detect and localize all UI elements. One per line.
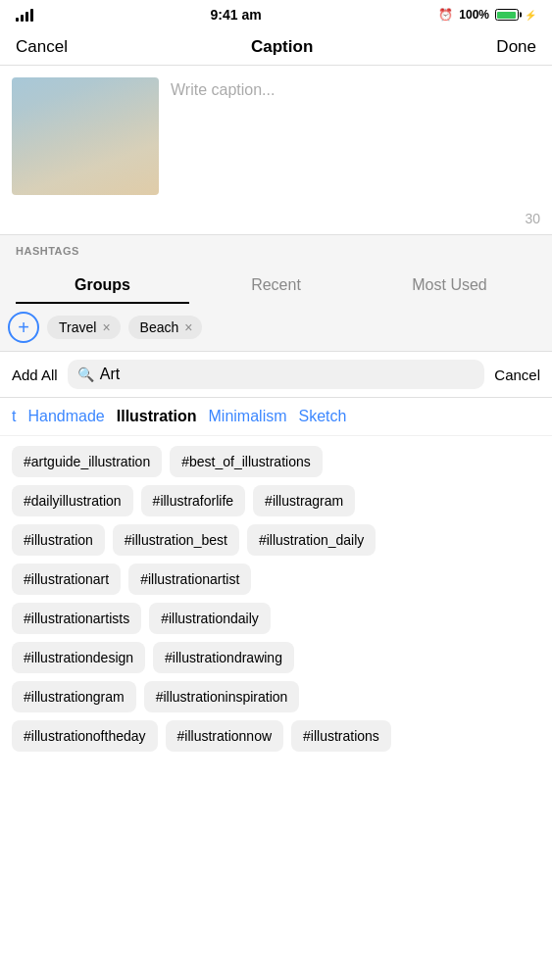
signal-icon xyxy=(16,8,33,22)
hashtag-chip[interactable]: #illustrationinspiration xyxy=(144,681,300,712)
tab-recent[interactable]: Recent xyxy=(189,270,363,304)
cat-pill-handmade[interactable]: Handmade xyxy=(27,408,104,425)
plus-icon: + xyxy=(18,318,29,337)
remove-beach-icon[interactable]: × xyxy=(184,320,192,334)
hashtag-row-5: #illustrationartists #illustrationdaily xyxy=(12,603,540,634)
battery-fill xyxy=(497,12,516,19)
hashtag-chip[interactable]: #illustration_daily xyxy=(247,524,376,556)
battery-icon xyxy=(495,9,519,21)
tag-pill-beach[interactable]: Beach × xyxy=(128,316,203,339)
hashtag-chip[interactable]: #illustrationartists xyxy=(12,603,141,634)
status-bar: 9:41 am ⏰ 100% ⚡ xyxy=(0,0,552,29)
hashtag-chip[interactable]: #illustrationdesign xyxy=(12,642,145,673)
hashtag-chip[interactable]: #illustration xyxy=(12,524,105,556)
hashtag-chip[interactable]: #illustration_best xyxy=(113,524,239,556)
hashtag-grid: #artguide_illustration #best_of_illustra… xyxy=(0,436,552,769)
hashtag-chip[interactable]: #illustragram xyxy=(253,485,355,516)
char-count: 30 xyxy=(525,211,540,226)
caption-placeholder: Write caption... xyxy=(171,81,275,99)
tag-label-travel: Travel xyxy=(59,319,96,335)
nav-bar: Cancel Caption Done xyxy=(0,29,552,66)
hashtag-chip[interactable]: #illustraforlife xyxy=(141,485,245,516)
cat-pill-illustration[interactable]: Illustration xyxy=(117,408,197,425)
hashtag-row-1: #artguide_illustration #best_of_illustra… xyxy=(12,446,540,477)
hashtag-chip[interactable]: #illustrationoftheday xyxy=(12,720,158,752)
add-tag-button[interactable]: + xyxy=(8,312,39,343)
status-time: 9:41 am xyxy=(211,7,262,23)
hashtag-chip[interactable]: #illustrationartist xyxy=(128,564,251,595)
cancel-nav-button[interactable]: Cancel xyxy=(16,37,68,57)
hashtag-row-4: #illustrationart #illustrationartist xyxy=(12,564,540,595)
bolt-icon: ⚡ xyxy=(525,10,536,21)
hashtag-row-6: #illustrationdesign #illustrationdrawing xyxy=(12,642,540,673)
hashtag-row-3: #illustration #illustration_best #illust… xyxy=(12,524,540,556)
battery-percent: 100% xyxy=(459,8,489,22)
tab-groups[interactable]: Groups xyxy=(16,270,189,304)
alarm-icon: ⏰ xyxy=(438,8,453,22)
search-row: Add All 🔍 Art Cancel xyxy=(0,352,552,398)
status-right: ⏰ 100% ⚡ xyxy=(438,8,536,22)
cat-pill-sketch[interactable]: Sketch xyxy=(299,408,347,425)
cat-pill-minimalism[interactable]: Minimalism xyxy=(209,408,287,425)
caption-thumbnail xyxy=(12,77,159,195)
hashtag-chip[interactable]: #illustrationdaily xyxy=(149,603,271,634)
search-bar[interactable]: 🔍 Art xyxy=(68,360,485,389)
hashtag-row-8: #illustrationoftheday #illustrationnow #… xyxy=(12,720,540,752)
tag-label-beach: Beach xyxy=(140,319,179,335)
caption-input-area[interactable]: Write caption... xyxy=(171,77,540,195)
hashtag-row-7: #illustrationgram #illustrationinspirati… xyxy=(12,681,540,712)
tab-most-used[interactable]: Most Used xyxy=(363,270,536,304)
tag-pill-travel[interactable]: Travel × xyxy=(47,316,121,339)
thumbnail-image xyxy=(12,77,159,195)
hashtag-chip[interactable]: #artguide_illustration xyxy=(12,446,162,477)
hashtag-row-2: #dailyillustration #illustraforlife #ill… xyxy=(12,485,540,516)
caption-area: Write caption... xyxy=(0,66,552,207)
search-icon: 🔍 xyxy=(77,367,94,382)
hashtag-chip[interactable]: #best_of_illustrations xyxy=(170,446,323,477)
done-nav-button[interactable]: Done xyxy=(496,37,536,57)
cancel-search-button[interactable]: Cancel xyxy=(494,367,540,383)
search-input[interactable]: Art xyxy=(100,366,120,383)
hashtag-chip[interactable]: #illustrationgram xyxy=(12,681,136,712)
hashtags-label: HASHTAGS xyxy=(16,245,536,257)
nav-title: Caption xyxy=(251,37,313,57)
hashtag-chip[interactable]: #illustrations xyxy=(291,720,391,752)
hashtag-chip[interactable]: #dailyillustration xyxy=(12,485,133,516)
add-all-button[interactable]: Add All xyxy=(12,367,58,383)
tag-pills-row: + Travel × Beach × xyxy=(0,304,552,352)
cat-pill-t[interactable]: t xyxy=(12,408,16,425)
hashtag-tabs: Groups Recent Most Used xyxy=(16,265,536,304)
hashtags-section: HASHTAGS Groups Recent Most Used xyxy=(0,234,552,304)
hashtag-chip[interactable]: #illustrationdrawing xyxy=(153,642,294,673)
category-pills: t Handmade Illustration Minimalism Sketc… xyxy=(0,398,552,436)
remove-travel-icon[interactable]: × xyxy=(102,320,110,334)
hashtag-chip[interactable]: #illustrationnow xyxy=(166,720,284,752)
char-count-row: 30 xyxy=(0,207,552,234)
hashtag-chip[interactable]: #illustrationart xyxy=(12,564,121,595)
